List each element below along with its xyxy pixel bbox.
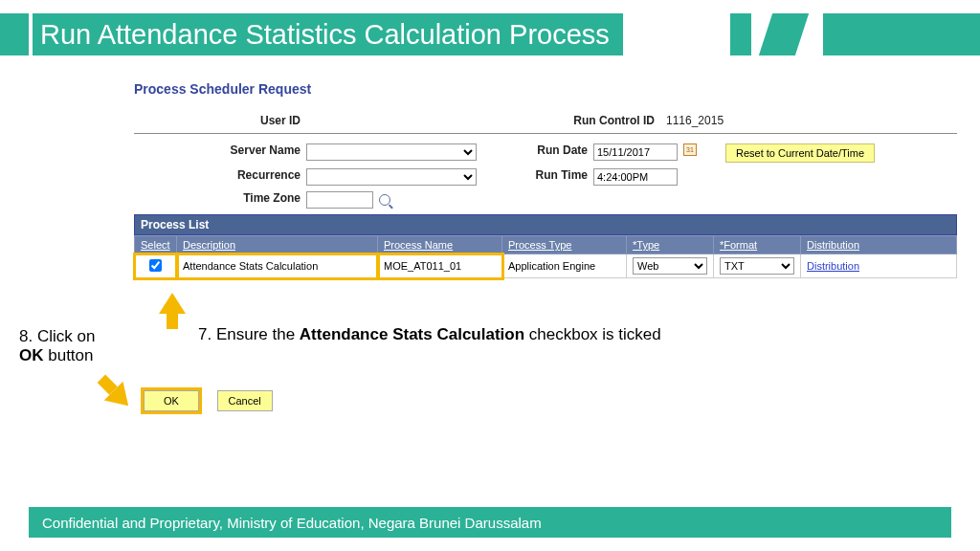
col-type[interactable]: *Type <box>633 239 659 251</box>
reset-date-time-button[interactable]: Reset to Current Date/Time <box>725 143 875 163</box>
server-name-select[interactable] <box>306 143 477 161</box>
format-select[interactable]: TXT <box>720 257 794 275</box>
col-process-type[interactable]: Process Type <box>508 239 571 251</box>
arrow-up-icon <box>159 293 186 314</box>
ok-button[interactable]: OK <box>144 390 199 411</box>
instruction-step7: 7. Ensure the Attendance Stats Calculati… <box>198 325 661 344</box>
footer-bar: Confidential and Proprietary, Ministry o… <box>29 507 951 538</box>
col-select[interactable]: Select <box>141 239 170 251</box>
row-process-name: MOE_AT011_01 <box>378 254 502 278</box>
row-process-type: Application Engine <box>502 254 627 278</box>
type-select[interactable]: Web <box>633 257 707 275</box>
table-header-row: Select Description Process Name Process … <box>135 236 957 254</box>
cancel-button[interactable]: Cancel <box>217 390 273 411</box>
time-zone-input[interactable] <box>306 191 373 209</box>
run-time-label: Run Time <box>515 168 593 186</box>
section-title: Process Scheduler Request <box>134 81 957 97</box>
slide-header: Run Attendance Statistics Calculation Pr… <box>0 13 980 55</box>
run-date-label: Run Date <box>515 143 593 163</box>
arrow-diag-icon <box>92 369 138 415</box>
time-zone-label: Time Zone <box>134 191 306 209</box>
button-row: OK Cancel <box>144 390 273 411</box>
distribution-link[interactable]: Distribution <box>807 260 859 272</box>
col-format[interactable]: *Format <box>720 239 757 251</box>
process-list-table: Select Description Process Name Process … <box>134 235 957 278</box>
run-control-id-label: Run Control ID <box>546 114 660 127</box>
col-description[interactable]: Description <box>183 239 235 251</box>
instruction-step8: 8. Click on OK button <box>19 327 124 365</box>
slide-title: Run Attendance Statistics Calculation Pr… <box>40 19 610 51</box>
footer-text: Confidential and Proprietary, Ministry o… <box>42 515 542 531</box>
select-checkbox[interactable] <box>149 259 162 272</box>
user-id-label: User ID <box>134 114 306 127</box>
table-row: Attendance Stats Calculation MOE_AT011_0… <box>135 254 957 278</box>
process-list-header: Process List <box>134 214 957 235</box>
calendar-icon[interactable]: 31 <box>683 143 697 156</box>
run-control-id-value: 1116_2015 <box>660 114 724 127</box>
row-description: Attendance Stats Calculation <box>177 254 378 278</box>
server-name-label: Server Name <box>134 143 306 163</box>
col-distribution[interactable]: Distribution <box>807 239 859 251</box>
recurrence-select[interactable] <box>306 168 477 186</box>
recurrence-label: Recurrence <box>134 168 306 186</box>
run-time-input[interactable] <box>593 168 678 186</box>
search-icon[interactable] <box>379 194 390 206</box>
run-date-input[interactable] <box>593 143 678 161</box>
col-process-name[interactable]: Process Name <box>384 239 453 251</box>
content-area: Process Scheduler Request User ID Run Co… <box>134 81 957 278</box>
arrow-stem <box>167 312 178 329</box>
